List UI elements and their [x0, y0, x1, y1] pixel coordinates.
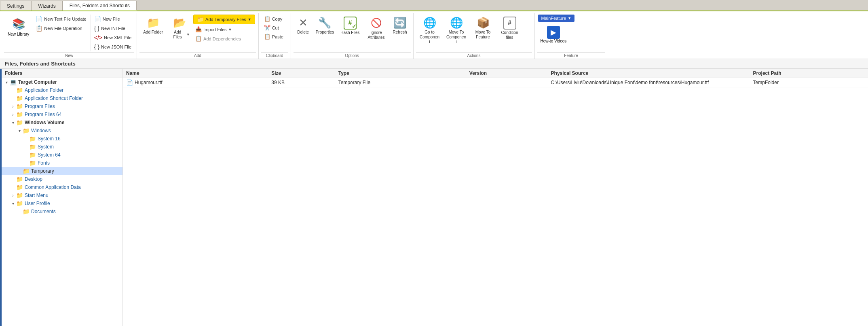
move-to-feature-icon: 📦: [477, 17, 490, 29]
condition-files-button[interactable]: # Condition files: [497, 15, 523, 42]
ribbon-group-add: 📁 Add Folder 📂 Add Files ▼ 📁 Add Tempora…: [137, 13, 259, 59]
paste-button[interactable]: 📋 Paste: [262, 32, 285, 41]
tab-settings[interactable]: Settings: [0, 1, 31, 11]
new-file-operation-button[interactable]: 📋 New File Operation: [34, 24, 88, 33]
new-library-button[interactable]: 📚 New Library: [5, 15, 32, 51]
ignore-attributes-icon: 🚫: [370, 17, 383, 30]
ribbon-group-feature: MainFeature ▼ ▶ How-to Videos Feature: [535, 13, 608, 59]
app-shortcut-folder-label: Application Shortcut Folder: [25, 95, 83, 101]
go-to-component-button[interactable]: 🌐 Go to Component: [417, 15, 443, 47]
actions-group-buttons: 🌐 Go to Component 🌐 Move To Component 📦 …: [416, 13, 532, 52]
file-icon: 📄: [126, 79, 133, 86]
application-folder-label: Application Folder: [25, 87, 63, 93]
new-xml-file-icon: </>: [94, 34, 102, 41]
tab-files-folders[interactable]: Files, Folders and Shortcuts: [63, 1, 137, 11]
new-group-inner: 📚 New Library 📄 New Text File Update 📋 N…: [5, 15, 133, 51]
tree-item-desktop[interactable]: 📁 Desktop: [2, 175, 122, 183]
add-folder-button[interactable]: 📁 Add Folder: [140, 15, 166, 37]
col-project-path: Project Path: [750, 69, 868, 78]
actions-group-label: Actions: [416, 52, 532, 59]
tab-wizards[interactable]: Wizards: [31, 1, 62, 11]
import-files-button[interactable]: 📥 Import Files ▼: [193, 25, 255, 34]
tree-item-system-16[interactable]: 📁 System 16: [2, 135, 122, 143]
tree-item-target-computer[interactable]: ▾ 💻 Target Computer: [2, 78, 122, 86]
new-json-file-icon: { }: [94, 44, 99, 50]
common-app-data-label: Common Application Data: [25, 184, 81, 190]
folder-icon-program-files-64: 📁: [16, 111, 23, 118]
expander-user-profile: ▾: [10, 201, 16, 206]
copy-button[interactable]: 📋 Copy: [262, 15, 285, 23]
new-xml-file-button[interactable]: </> New XML File: [92, 33, 133, 42]
expander-start-menu: ›: [10, 193, 16, 198]
folder-icon-system-16: 📁: [29, 135, 36, 142]
new-text-file-update-label: New Text File Update: [44, 17, 86, 21]
how-to-videos-button[interactable]: ▶ How-to Videos: [538, 25, 569, 44]
tree-item-windows[interactable]: ▾ 📁 Windows: [2, 127, 122, 135]
copy-icon: 📋: [264, 16, 270, 22]
delete-icon: ✕: [299, 17, 308, 29]
new-json-file-button[interactable]: { } New JSON File: [92, 42, 133, 51]
delete-label: Delete: [297, 30, 309, 35]
ribbon-group-options: ✕ Delete 🔧 Properties # ✓ Hash Files 🚫 I…: [291, 13, 414, 59]
file-table: Name Size Type Version Physical Source P…: [123, 69, 868, 87]
folder-icon-app-shortcut: 📁: [16, 95, 23, 102]
hash-files-button[interactable]: # ✓ Hash Files: [338, 15, 362, 37]
condition-files-icon: #: [503, 17, 516, 30]
import-files-icon: 📥: [195, 26, 202, 32]
tree-item-system[interactable]: 📁 System: [2, 143, 122, 151]
tree-item-application-folder[interactable]: 📁 Application Folder: [2, 86, 122, 94]
add-folder-icon: 📁: [147, 17, 160, 29]
program-files-64-label: Program Files 64: [25, 112, 61, 117]
add-temporary-files-button[interactable]: 📁 Add Temporary Files ▼: [193, 15, 255, 24]
copy-label: Copy: [272, 17, 283, 21]
refresh-button[interactable]: 🔄 Refresh: [390, 15, 410, 37]
tree-item-windows-volume[interactable]: ▾ 📁 Windows Volume: [2, 119, 122, 127]
main-feature-dropdown-button[interactable]: MainFeature ▼: [538, 15, 575, 22]
tree-item-program-files-64[interactable]: › 📁 Program Files 64: [2, 110, 122, 119]
tree-item-common-app-data[interactable]: 📁 Common Application Data: [2, 183, 122, 191]
system-64-label: System 64: [38, 152, 61, 158]
tree-item-temporary[interactable]: 📁 Temporary: [2, 167, 122, 175]
ignore-attributes-button[interactable]: 🚫 Ignore Attributes: [363, 15, 389, 42]
file-table-body: 📄 Hugamour.ttf 39 KB Temporary File C:\U…: [123, 78, 868, 87]
delete-button[interactable]: ✕ Delete: [294, 15, 312, 37]
new-text-file-update-button[interactable]: 📄 New Text File Update: [34, 15, 88, 23]
tree-item-fonts[interactable]: 📁 Fonts: [2, 159, 122, 167]
folder-icon-system: 📁: [29, 144, 36, 150]
col-type: Type: [335, 69, 466, 78]
move-to-feature-label: Move To Feature: [473, 30, 493, 40]
folder-icon-start-menu: 📁: [16, 192, 23, 199]
paste-icon: 📋: [264, 34, 270, 40]
tree-item-documents[interactable]: 📁 Documents: [2, 207, 122, 216]
move-to-component-button[interactable]: 🌐 Move To Component: [444, 15, 469, 47]
tree-item-system-64[interactable]: 📁 System 64: [2, 151, 122, 159]
new-ini-file-button[interactable]: { } New INI File: [92, 24, 133, 33]
cut-button[interactable]: ✂️ Cut: [262, 23, 281, 32]
add-dependencies-button[interactable]: 📋 Add Dependencies: [193, 34, 255, 43]
tree-item-start-menu[interactable]: › 📁 Start Menu: [2, 191, 122, 199]
start-menu-label: Start Menu: [25, 193, 49, 198]
tree-item-app-shortcut-folder[interactable]: 📁 Application Shortcut Folder: [2, 94, 122, 102]
new-library-label: New Library: [8, 32, 29, 36]
table-header-row: Name Size Type Version Physical Source P…: [123, 69, 868, 78]
folder-icon-temporary: 📁: [23, 168, 30, 174]
col-name: Name: [123, 69, 268, 78]
move-to-component-label: Move To Component: [446, 30, 467, 44]
file-type-cell: Temporary File: [335, 78, 466, 87]
expander-program-files-64: ›: [10, 112, 16, 117]
clipboard-group-buttons: 📋 Copy ✂️ Cut 📋 Paste: [261, 13, 288, 52]
table-row[interactable]: 📄 Hugamour.ttf 39 KB Temporary File C:\U…: [123, 78, 868, 87]
folder-icon-windows: 📁: [23, 127, 30, 134]
hash-files-label: Hash Files: [340, 30, 359, 35]
main-feature-label: MainFeature: [541, 16, 566, 21]
file-size-cell: 39 KB: [268, 78, 335, 87]
add-files-button[interactable]: 📂 Add Files ▼: [167, 15, 192, 42]
col-size: Size: [268, 69, 335, 78]
add-special-buttons: 📁 Add Temporary Files ▼ 📥 Import Files ▼…: [193, 15, 255, 43]
tree-item-user-profile[interactable]: ▾ 📁 User Profile: [2, 199, 122, 207]
properties-button[interactable]: 🔧 Properties: [313, 15, 337, 37]
move-to-component-icon: 🌐: [450, 17, 463, 29]
tree-item-program-files[interactable]: › 📁 Program Files: [2, 102, 122, 110]
new-file-button[interactable]: 📄 New File: [92, 15, 133, 23]
move-to-feature-button[interactable]: 📦 Move To Feature: [470, 15, 496, 42]
